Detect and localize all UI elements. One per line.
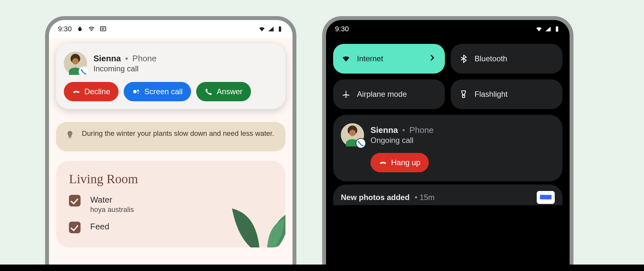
caller-avatar: [341, 123, 364, 146]
notification-meta: 15m: [419, 193, 435, 202]
qs-tile-bluetooth[interactable]: Bluetooth: [451, 44, 562, 74]
svg-rect-12: [556, 26, 558, 27]
phone-icon: [205, 87, 213, 96]
assistant-icon: [132, 87, 140, 96]
wifi-icon: [535, 25, 543, 33]
call-status: Ongoing call: [370, 136, 434, 145]
crop-edge: [0, 265, 644, 271]
svg-rect-2: [279, 26, 281, 27]
svg-point-13: [463, 95, 464, 95]
status-bar: 9:30: [49, 20, 293, 38]
wifi-call-icon: [88, 25, 95, 33]
cell-icon: [267, 25, 274, 33]
caller-name: Sienna: [93, 54, 121, 63]
status-time: 9:30: [335, 25, 349, 33]
answer-button[interactable]: Answer: [196, 82, 251, 101]
ongoing-call-notification[interactable]: Sienna • Phone Ongoing call Hang up: [333, 115, 562, 181]
caller-name: Sienna: [370, 125, 398, 135]
wifi-icon: [341, 54, 351, 63]
status-bar: 9:30: [326, 20, 570, 38]
screen-call-button[interactable]: Screen call: [124, 82, 191, 101]
cell-icon: [544, 25, 552, 33]
checkbox-checked-icon[interactable]: [69, 195, 81, 206]
bluetooth-icon: [459, 54, 468, 63]
caller-avatar: [64, 52, 87, 75]
chevron-right-icon: [428, 53, 437, 64]
tip-text: During the winter your plants slow down …: [82, 128, 274, 139]
photos-notification[interactable]: New photos added • 15m: [333, 185, 562, 205]
task-primary: Water: [90, 195, 134, 205]
task-secondary: hoya australis: [90, 206, 134, 214]
leaf-icon: [76, 25, 83, 33]
call-status: Incoming call: [93, 64, 157, 73]
photo-thumbnail: [537, 191, 555, 204]
svg-rect-0: [101, 27, 106, 31]
svg-point-8: [137, 90, 139, 91]
status-time: 9:30: [58, 25, 72, 33]
lightbulb-icon: [65, 130, 75, 142]
incoming-call-notification: Sienna • Phone Incoming call Decline Scr…: [56, 43, 285, 109]
wifi-icon: [258, 25, 265, 33]
svg-point-10: [139, 91, 140, 92]
phone-badge-icon: [356, 139, 365, 148]
phone-mock-dark: 9:30 Internet Bluetooth: [322, 16, 573, 271]
svg-rect-1: [279, 27, 281, 32]
call-app-label: Phone: [132, 54, 157, 63]
room-card: Living Room Water hoya australis Feed: [56, 161, 285, 247]
battery-icon: [276, 25, 284, 33]
phone-mock-light: 9:30 During the winter your plants slow …: [45, 16, 296, 271]
task-primary: Feed: [90, 222, 109, 232]
messages-icon: [100, 25, 107, 33]
phone-badge-icon: [79, 67, 88, 76]
hangup-button[interactable]: Hang up: [370, 153, 429, 172]
decline-button[interactable]: Decline: [64, 82, 119, 101]
svg-rect-11: [556, 27, 558, 32]
svg-point-6: [72, 58, 79, 65]
qs-tile-internet[interactable]: Internet: [333, 44, 445, 74]
hangup-icon: [379, 158, 387, 167]
call-app-label: Phone: [409, 125, 434, 135]
quick-settings-grid: Internet Bluetooth Airplane mode Flashli…: [333, 44, 562, 109]
flashlight-icon: [459, 90, 468, 99]
airplane-icon: [341, 90, 351, 99]
checkbox-checked-icon[interactable]: [69, 222, 81, 233]
qs-tile-airplane[interactable]: Airplane mode: [333, 79, 445, 109]
hangup-icon: [72, 87, 81, 96]
battery-icon: [553, 25, 561, 33]
svg-rect-3: [69, 137, 71, 138]
svg-point-16: [349, 130, 356, 136]
notification-title: New photos added: [341, 193, 409, 202]
tip-card: During the winter your plants slow down …: [56, 122, 285, 151]
svg-point-7: [133, 90, 137, 94]
plant-illustration: [221, 170, 285, 247]
svg-point-9: [138, 93, 139, 94]
qs-tile-flashlight[interactable]: Flashlight: [451, 79, 562, 109]
